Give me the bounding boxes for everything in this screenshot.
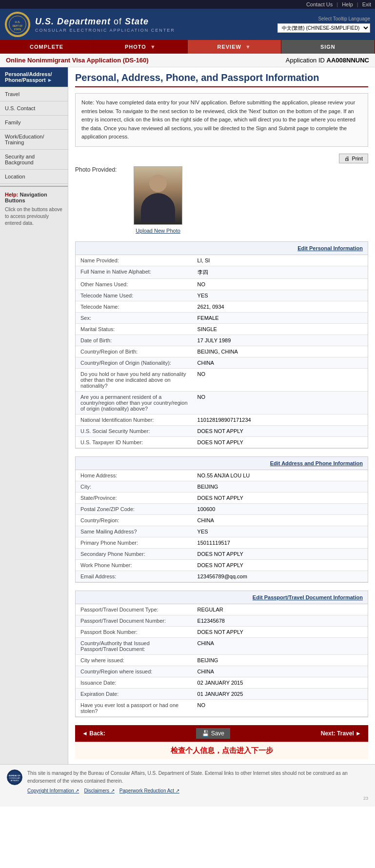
tab-photo[interactable]: PHOTO ▼ [94,40,187,54]
upload-photo-link[interactable]: Upload New Photo [136,228,180,234]
table-row: Country/Region of Birth:BEIJING, CHINA [76,346,368,357]
svg-text:DEPT OF: DEPT OF [13,25,23,27]
field-label: Passport/Travel Document Number: [76,615,193,626]
table-row: Date of Birth:17 JULY 1989 [76,335,368,346]
table-row: Telecode Name Used:YES [76,290,368,301]
field-value: CHINA [193,514,368,526]
field-label: Country/Region where issued: [76,666,193,677]
edit-address-link[interactable]: Edit Address and Phone Information [270,460,363,466]
passport-info-section: Edit Passport/Travel Document Informatio… [75,591,368,717]
chinese-note: 检查个人信息，点击进入下一步 [75,742,368,759]
field-value: 100600 [193,503,368,514]
table-row: U.S. Taxpayer ID Number:DOES NOT APPLY [76,436,368,448]
field-value: YES [193,526,368,537]
exit-link[interactable]: Exit [362,1,371,7]
sidebar-item-family[interactable]: Family [0,116,68,130]
field-value: NO [193,391,368,414]
sidebar: Personal/Address/Phone/Passport ► Travel… [0,67,68,764]
field-value: 123456789@qq.com [193,571,368,582]
disclaimers-link[interactable]: Disclaimers ↗ [84,787,114,795]
sidebar-item-security[interactable]: Security and Background [0,150,68,170]
field-label: Work Phone Number: [76,559,193,571]
photo-area: Upload New Photo [134,166,182,234]
table-row: Do you hold or have you held any nationa… [76,368,368,391]
field-label: Secondary Phone Number: [76,548,193,559]
edit-passport-link[interactable]: Edit Passport/Travel Document Informatio… [253,594,363,600]
field-label: Country/Region of Origin (Nationality): [76,357,193,368]
sidebar-item-personal[interactable]: Personal/Address/Phone/Passport ► [0,67,68,87]
back-button[interactable]: ◄ Back: [82,730,105,737]
field-value: CHINA [193,357,368,368]
tab-review[interactable]: REVIEW ▼ [188,40,281,54]
field-label: Primary Phone Number: [76,537,193,548]
address-info-table: Home Address:NO.55 ANJIA LOU LUCity:BEIJ… [76,470,368,582]
us-seal: U.S. DEPT OF STATE [5,12,30,37]
field-value: 110128198907171234 [193,414,368,425]
field-label: Passport Book Number: [76,626,193,637]
footer-seal-icon: BUREAU OF CONSULAR AFFAIRS [7,769,22,785]
top-bar: Contact Us | Help | Exit [0,0,375,9]
field-value: 李四 [193,266,368,278]
footer-text: This site is managed by the Bureau of Co… [27,769,368,785]
nav-tabs: COMPLETE PHOTO ▼ REVIEW ▼ SIGN [0,40,375,54]
field-value: 01 JANUARY 2025 [193,688,368,699]
paperwork-link[interactable]: Paperwork Reduction Act ↗ [119,787,179,795]
field-value: FEMALE [193,312,368,323]
edit-personal-link[interactable]: Edit Personal Information [297,245,363,251]
field-label: U.S. Social Security Number: [76,425,193,436]
table-row: Home Address:NO.55 ANJIA LOU LU [76,470,368,481]
field-value: 2621, 0934 [193,301,368,312]
table-row: Passport Book Number:DOES NOT APPLY [76,626,368,637]
contact-us-link[interactable]: Contact Us [306,1,333,7]
field-label: National Identification Number: [76,414,193,425]
sidebar-item-work[interactable]: Work/Education/Training [0,130,68,150]
field-value: BEIJING, CHINA [193,346,368,357]
main-layout: Personal/Address/Phone/Passport ► Travel… [0,67,375,764]
field-value: DOES NOT APPLY [193,559,368,571]
field-value: DOES NOT APPLY [193,626,368,637]
field-value: 02 JANUARY 2015 [193,677,368,688]
help-link[interactable]: Help [342,1,353,7]
field-value: YES [193,290,368,301]
save-icon: 💾 [202,730,209,737]
print-button[interactable]: 🖨 Print [339,154,368,163]
field-label: Other Names Used: [76,278,193,290]
svg-text:U.S.: U.S. [15,20,20,23]
application-id: Application ID AA008NNUNC [286,57,369,64]
table-row: Full Name in Native Alphabet:李四 [76,266,368,278]
page-title: Personal, Address, Phone, and Passport I… [75,72,368,87]
site-header: U.S. DEPT OF STATE U.S. Department of St… [0,9,375,40]
table-row: Issuance Date:02 JANUARY 2015 [76,677,368,688]
field-label: Telecode Name: [76,301,193,312]
field-value: REGULAR [193,604,368,615]
language-select[interactable]: 中文(繁體) (CHINESE-SIMPLIFIED) [277,23,370,33]
table-row: Are you a permanent resident of a countr… [76,391,368,414]
tab-sign[interactable]: SIGN [281,40,375,54]
field-label: Same Mailing Address? [76,526,193,537]
sidebar-item-location[interactable]: Location [0,170,68,184]
next-button[interactable]: Next: Travel ► [321,730,361,737]
sidebar-item-travel[interactable]: Travel [0,87,68,101]
copyright-link[interactable]: Copyright Information ↗ [27,787,79,795]
table-row: Country/Region where issued:CHINA [76,666,368,677]
table-row: National Identification Number:110128198… [76,414,368,425]
center-name: CONSULAR ELECTRONIC APPLICATION CENTER [35,28,175,33]
field-value: CHINA [193,666,368,677]
save-button[interactable]: 💾 Save [196,728,230,739]
field-value: SINGLE [193,323,368,335]
tab-complete[interactable]: COMPLETE [0,40,94,54]
address-info-section: Edit Address and Phone Information Home … [75,456,368,583]
table-row: Marital Status:SINGLE [76,323,368,335]
footer-links: Copyright Information ↗ Disclaimers ↗ Pa… [27,787,368,795]
sidebar-item-us-contact[interactable]: U.S. Contact [0,101,68,116]
table-row: Secondary Phone Number:DOES NOT APPLY [76,548,368,559]
avatar-body [141,193,175,222]
field-label: State/Province: [76,492,193,503]
dept-name: U.S. Department of State [35,17,175,27]
field-label: Issuance Date: [76,677,193,688]
table-row: Work Phone Number:DOES NOT APPLY [76,559,368,571]
field-label: Name Provided: [76,255,193,266]
field-label: Expiration Date: [76,688,193,699]
field-value: 15011119517 [193,537,368,548]
field-label: Do you hold or have you held any nationa… [76,368,193,391]
